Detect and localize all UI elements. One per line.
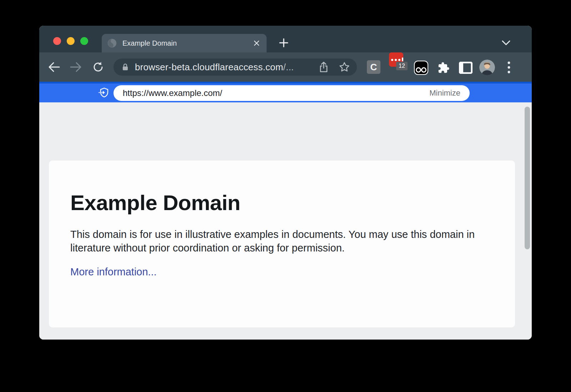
content-card: Example Domain This domain is for use in… [49, 161, 515, 327]
new-tab-button[interactable] [277, 36, 291, 50]
avatar-photo [479, 60, 495, 75]
chevron-down-icon [502, 40, 510, 45]
more-information-link[interactable]: More information... [70, 266, 157, 278]
page-paragraph: This domain is for use in illustrative e… [70, 228, 481, 255]
kebab-menu-icon [507, 61, 510, 73]
page-heading: Example Domain [70, 190, 494, 215]
page-viewport: Example Domain This domain is for use in… [39, 102, 532, 340]
back-arrow-icon [48, 62, 60, 72]
share-icon [319, 62, 328, 72]
tab-title: Example Domain [122, 39, 252, 47]
traffic-lights [53, 37, 88, 45]
puzzle-icon [438, 62, 450, 74]
browser-menu-button[interactable] [502, 60, 516, 75]
address-url-suffix: /... [283, 62, 294, 72]
extension-c-label: C [370, 62, 377, 73]
reload-button[interactable] [90, 59, 106, 75]
scrollbar-thumb[interactable] [525, 107, 530, 249]
forward-button[interactable] [68, 59, 84, 75]
forward-arrow-icon [70, 62, 82, 72]
address-url-domain: browser-beta.cloudflareaccess.com [135, 62, 283, 72]
shield-arrow-icon [97, 87, 110, 99]
side-panel-icon [459, 62, 473, 74]
minimize-button[interactable]: Minimize [429, 88, 460, 98]
tab-search-button[interactable] [499, 36, 513, 49]
reload-icon [92, 61, 104, 73]
tab-strip: Example Domain [39, 26, 532, 52]
bookmark-star-button[interactable] [338, 61, 350, 73]
address-bar[interactable]: browser-beta.cloudflareaccess.com/... [113, 58, 357, 76]
back-button[interactable] [46, 59, 62, 75]
lock-icon[interactable] [121, 63, 129, 71]
profile-avatar[interactable] [479, 60, 495, 75]
plus-icon [279, 38, 288, 47]
globe-favicon-icon [107, 39, 117, 48]
tab-example-domain[interactable]: Example Domain [102, 34, 267, 52]
isolation-url-value: https://www.example.com/ [123, 88, 429, 98]
share-button[interactable] [318, 61, 330, 73]
extension-two-dots-button[interactable] [414, 60, 429, 75]
isolation-url-bar: https://www.example.com/ Minimize [39, 82, 532, 102]
lastpass-dots-icon [391, 58, 403, 61]
traffic-light-close-button[interactable] [53, 37, 61, 45]
address-url: browser-beta.cloudflareaccess.com/... [135, 62, 309, 73]
traffic-light-zoom-button[interactable] [80, 37, 88, 45]
star-icon [339, 62, 350, 72]
extension-c-button[interactable]: C [367, 60, 380, 74]
extensions-menu-button[interactable] [436, 60, 451, 75]
browser-toolbar: browser-beta.cloudflareaccess.com/... C … [39, 52, 532, 82]
two-dots-icon [414, 60, 429, 75]
traffic-light-minimize-button[interactable] [67, 37, 75, 45]
browser-window: Example Domain [39, 26, 532, 340]
tab-close-icon[interactable] [252, 39, 261, 47]
extension-badge: 12 [396, 62, 408, 70]
side-panel-button[interactable] [458, 60, 473, 75]
isolation-url-input[interactable]: https://www.example.com/ Minimize [113, 85, 470, 101]
lastpass-extension-button[interactable]: 12 [389, 52, 403, 67]
